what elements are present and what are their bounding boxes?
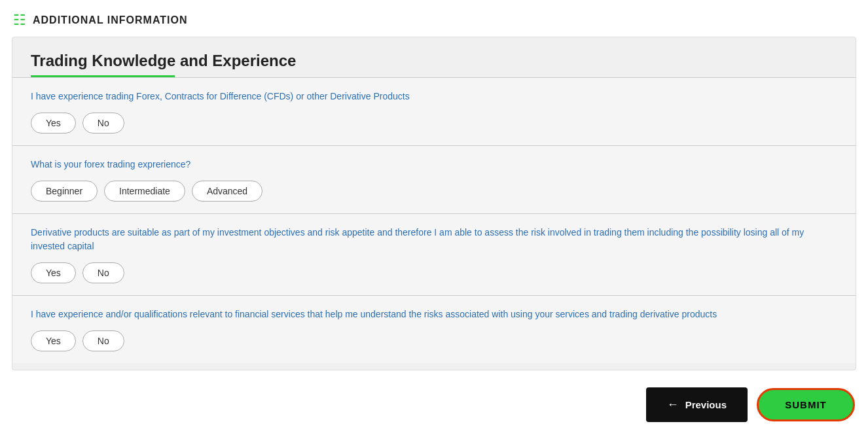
question-block-3: Derivative products are suitable as part… xyxy=(12,213,856,295)
options-row-3: Yes No xyxy=(31,262,837,283)
question-text-2: What is your forex trading exprerience? xyxy=(31,158,837,171)
section-title: Trading Knowledge and Experience xyxy=(31,52,837,70)
q1-yes-button[interactable]: Yes xyxy=(31,113,76,133)
q2-beginner-button[interactable]: Beginner xyxy=(31,181,98,202)
question-text-1: I have experience trading Forex, Contrac… xyxy=(31,90,837,103)
options-row-4: Yes No xyxy=(31,330,837,351)
q4-no-button[interactable]: No xyxy=(82,330,124,351)
arrow-left-icon: ← xyxy=(667,398,679,412)
header-icon: ☷ xyxy=(13,12,26,29)
q3-yes-button[interactable]: Yes xyxy=(31,262,76,283)
question-block-4: I have experience and/or qualifications … xyxy=(12,295,856,363)
footer-bar: ← Previous SUBMIT xyxy=(0,377,868,426)
main-content: Trading Knowledge and Experience I have … xyxy=(12,37,856,370)
options-row-1: Yes No xyxy=(31,113,837,133)
q2-intermediate-button[interactable]: Intermediate xyxy=(104,181,185,202)
question-text-4: I have experience and/or qualifications … xyxy=(31,308,837,321)
submit-button[interactable]: SUBMIT xyxy=(757,388,855,421)
options-row-2: Beginner Intermediate Advanced xyxy=(31,181,837,202)
section-title-area: Trading Knowledge and Experience xyxy=(12,37,856,77)
question-text-3: Derivative products are suitable as part… xyxy=(31,226,837,253)
header-title: ADDITIONAL INFORMATION xyxy=(33,14,188,26)
q4-yes-button[interactable]: Yes xyxy=(31,330,76,351)
q1-no-button[interactable]: No xyxy=(82,113,124,133)
previous-label: Previous xyxy=(685,399,727,410)
previous-button[interactable]: ← Previous xyxy=(646,387,748,422)
question-block-2: What is your forex trading exprerience? … xyxy=(12,145,856,213)
page-header: ☷ ADDITIONAL INFORMATION xyxy=(0,0,868,37)
q3-no-button[interactable]: No xyxy=(82,262,124,283)
q2-advanced-button[interactable]: Advanced xyxy=(192,181,262,202)
question-block-1: I have experience trading Forex, Contrac… xyxy=(12,77,856,145)
